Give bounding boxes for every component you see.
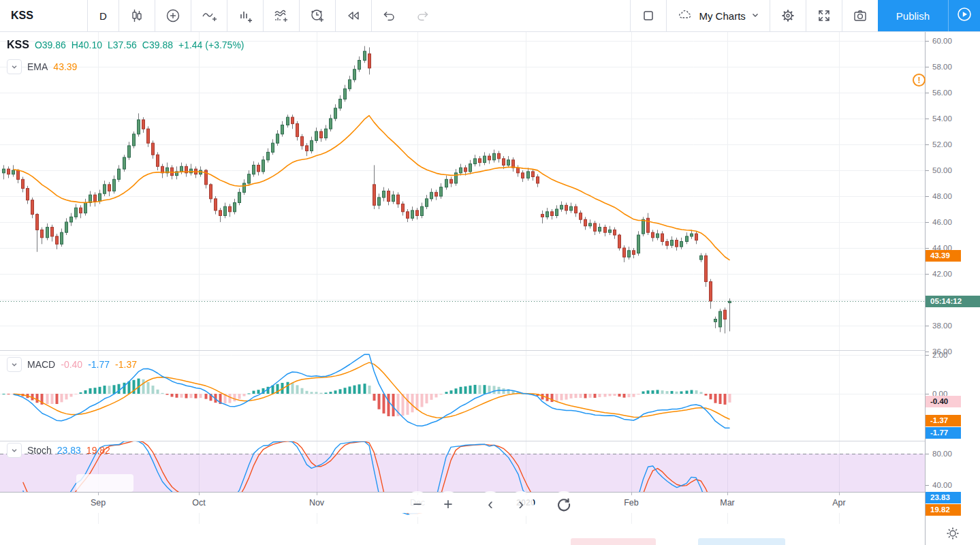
stoch-tick-label: 80.00: [932, 449, 952, 458]
legend-symbol[interactable]: KSS: [7, 39, 29, 51]
legend-high: H40.10: [72, 40, 102, 50]
bottom-popup-fragment: [558, 538, 825, 545]
alert-button[interactable]: [300, 0, 335, 31]
price-pane-canvas[interactable]: [0, 32, 925, 350]
undo-arrow-icon: [380, 7, 398, 25]
fullscreen-button[interactable]: [806, 0, 842, 31]
axis-tick-mark: [926, 41, 929, 42]
wave-plus-icon: [200, 6, 219, 25]
ema-value-badge: 43.39: [926, 250, 961, 262]
stoch-label[interactable]: Stoch: [27, 445, 52, 456]
redo-button[interactable]: [406, 0, 440, 31]
symbol-button[interactable]: KSS: [0, 0, 87, 31]
time-label-oct[interactable]: Oct: [192, 498, 205, 508]
my-charts-label: My Charts: [699, 10, 745, 22]
fundamentals-button[interactable]: [227, 0, 263, 31]
price-tick-label: 56.00: [932, 88, 952, 97]
camera-icon: [851, 6, 870, 25]
time-tick-mark: [199, 493, 200, 495]
zoom-out-button[interactable]: −: [405, 491, 430, 517]
price-tick-label: 38.00: [932, 321, 952, 330]
time-label-feb[interactable]: Feb: [624, 498, 639, 508]
axis-tick-mark: [926, 196, 929, 197]
candles-icon: [127, 6, 146, 25]
square-icon: [639, 6, 658, 25]
pane-separator[interactable]: [0, 350, 925, 351]
ema-value: 43.39: [53, 61, 77, 72]
axis-tick-mark: [926, 394, 929, 394]
legend-hover-highlight: [76, 474, 133, 492]
dashed-cloud-icon: [676, 6, 694, 26]
chevron-down-icon: [750, 10, 760, 22]
macd-signal-value: -1.37: [115, 359, 137, 370]
axis-tick-mark: [926, 352, 929, 352]
publish-button[interactable]: Publish: [878, 0, 948, 31]
ema-label[interactable]: EMA: [27, 61, 48, 72]
axis-tick-mark: [926, 355, 929, 356]
price-tick-label: 60.00: [932, 36, 952, 46]
legend-change: +1.44 (+3.75%): [178, 40, 244, 50]
warning-icon[interactable]: !: [913, 74, 926, 87]
time-label-nov[interactable]: Nov: [309, 498, 324, 508]
legend-close: C39.88: [142, 40, 173, 50]
macd-legend: MACD -0.40 -1.77 -1.37: [7, 357, 137, 372]
time-label-sep[interactable]: Sep: [91, 498, 106, 508]
indicator-templates-button[interactable]: [264, 0, 299, 31]
price-axis[interactable]: 60.0058.0056.0054.0052.0050.0048.0046.00…: [925, 32, 980, 524]
legend-open: O39.86: [35, 40, 66, 50]
ema-collapse-button[interactable]: [7, 59, 22, 74]
publish-menu-button[interactable]: [948, 0, 980, 31]
snapshot-button[interactable]: [842, 0, 878, 31]
layout-button[interactable]: [631, 0, 666, 31]
time-label-apr[interactable]: Apr: [832, 498, 845, 508]
compare-button[interactable]: [155, 0, 191, 31]
axis-tick-mark: [926, 93, 929, 93]
stoch-collapse-button[interactable]: [7, 443, 22, 458]
time-tick-mark: [631, 493, 632, 495]
waves-plus-icon: [272, 6, 291, 25]
chart-properties-button[interactable]: [770, 0, 806, 31]
axis-settings-corner[interactable]: [925, 524, 980, 545]
interval-button[interactable]: D: [88, 0, 118, 31]
bar-style-button[interactable]: [119, 0, 155, 31]
time-tick-mark: [98, 493, 99, 495]
axis-tick-mark: [926, 170, 929, 171]
main-legend: KSS O39.86 H40.10 L37.56 C39.88 +1.44 (+…: [7, 39, 244, 51]
macd-pane-canvas[interactable]: [0, 350, 925, 441]
stoch-tick-label: 40.00: [932, 480, 952, 490]
axis-tick-mark: [926, 144, 929, 145]
countdown-badge: 05:14:12: [926, 296, 980, 307]
price-tick-label: 54.00: [932, 114, 952, 123]
zoom-in-button[interactable]: +: [435, 491, 461, 517]
stoch-d-value: 19.82: [86, 445, 110, 456]
indicators-button[interactable]: [191, 0, 227, 31]
undo-button[interactable]: [372, 0, 406, 31]
price-tick-label: 58.00: [932, 62, 952, 72]
pane-separator[interactable]: [0, 441, 925, 441]
axis-tick-mark: [926, 326, 929, 326]
stoch-k-badge: 23.83: [926, 492, 961, 503]
price-tick-label: 42.00: [932, 269, 952, 279]
axis-tick-mark: [926, 248, 929, 249]
time-label-mar[interactable]: Mar: [720, 498, 735, 508]
macd-hist-value: -0.40: [61, 359, 82, 370]
expand-icon: [815, 6, 834, 25]
legend-low: L37.56: [108, 40, 137, 50]
macd-label[interactable]: MACD: [27, 359, 55, 370]
trading-chart-app: KSS D: [0, 0, 980, 545]
time-tick-mark: [727, 493, 728, 495]
macd-line-value: -1.77: [88, 359, 110, 370]
my-charts-button[interactable]: My Charts: [667, 0, 769, 31]
popup-chip-pink: [571, 538, 656, 545]
price-tick-label: 50.00: [932, 166, 952, 175]
macd-collapse-button[interactable]: [7, 357, 22, 372]
alarm-plus-icon: [308, 6, 327, 25]
replay-button[interactable]: [336, 0, 371, 31]
reset-view-button[interactable]: [551, 491, 577, 517]
price-tick-label: 48.00: [932, 191, 952, 201]
scroll-right-button[interactable]: ›: [508, 491, 534, 517]
scroll-left-button[interactable]: ‹: [477, 491, 503, 517]
time-tick-mark: [839, 493, 840, 495]
top-toolbar: KSS D: [0, 0, 980, 32]
stoch-legend: Stoch 23.83 19.82: [7, 443, 110, 458]
